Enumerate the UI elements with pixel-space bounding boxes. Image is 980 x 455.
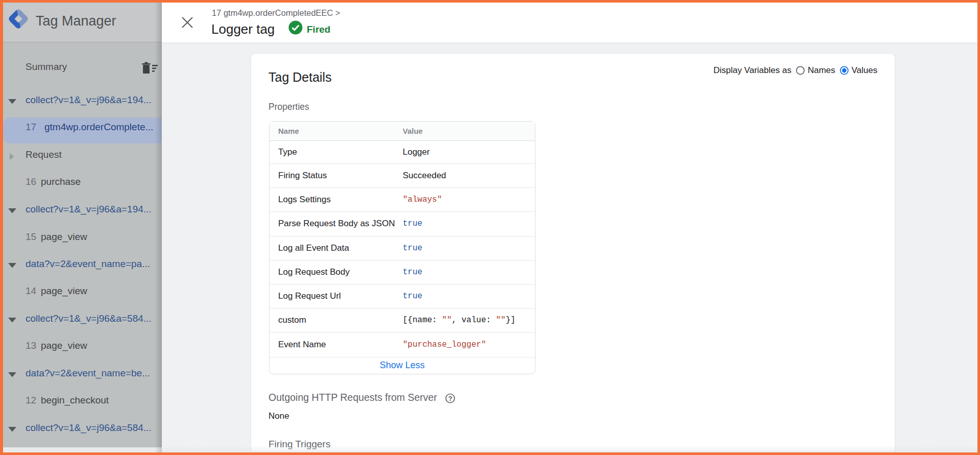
svg-text:?: ? (448, 394, 452, 402)
